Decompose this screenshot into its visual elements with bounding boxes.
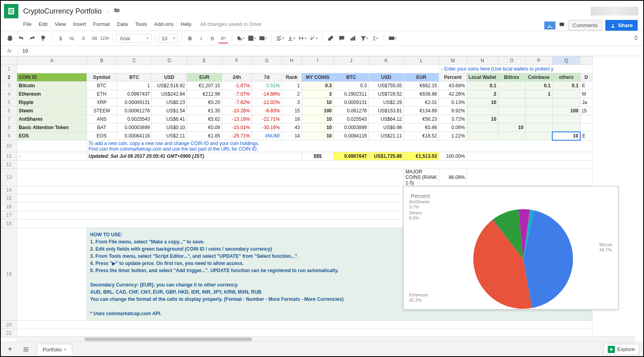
col-header[interactable]: N — [467, 57, 498, 65]
major-label[interactable]: MAJOR COINS (RANK 1-5) — [404, 169, 439, 186]
cell[interactable]: 0.00003899 — [117, 124, 152, 132]
menu-data[interactable]: Data — [117, 21, 128, 27]
row-header[interactable]: 3 — [1, 82, 17, 90]
cell[interactable]: €0.20 — [187, 98, 222, 107]
cell[interactable]: 10 — [302, 124, 334, 132]
cell[interactable]: E — [580, 82, 592, 90]
cell[interactable] — [580, 115, 592, 124]
selected-cell[interactable]: 10 — [552, 132, 580, 140]
row-header[interactable]: 13 — [1, 169, 17, 186]
italic-icon[interactable]: I — [196, 33, 206, 43]
totals-label[interactable]: $$$ — [302, 152, 334, 160]
cell[interactable]: -15.01% — [222, 124, 252, 132]
total-eur[interactable]: €1,513.53 — [404, 152, 439, 160]
cell[interactable]: -7.07% — [222, 90, 252, 98]
cell[interactable]: 43 — [282, 124, 302, 132]
row-header[interactable]: 10 — [1, 140, 17, 152]
col-header[interactable]: O — [498, 57, 525, 65]
cell[interactable]: 1.22% — [439, 132, 467, 140]
cell[interactable]: US$755.05 — [369, 82, 404, 90]
number-format-dropdown[interactable]: 123 — [100, 33, 109, 43]
cell[interactable]: 0.0009131 — [334, 98, 369, 107]
row-header[interactable]: 12 — [1, 160, 17, 169]
h-align-icon[interactable] — [275, 33, 285, 43]
cell[interactable] — [525, 115, 552, 124]
note-cell[interactable]: To add a new coin, copy a new row and ch… — [87, 140, 593, 152]
cell[interactable]: €1.35 — [187, 107, 222, 115]
col-header[interactable]: P — [525, 57, 552, 65]
cell[interactable]: 0.0967437 — [117, 90, 152, 98]
cell[interactable]: €18.52 — [404, 132, 439, 140]
menu-insert[interactable]: Insert — [73, 21, 86, 27]
font-select[interactable]: Arial▾ — [116, 34, 152, 43]
chart-icon[interactable] — [348, 33, 358, 43]
decrease-decimal-icon[interactable]: .0 — [78, 33, 88, 43]
cell[interactable]: #NUM! — [252, 132, 282, 140]
cell[interactable]: €134.89 — [404, 107, 439, 115]
total-btc[interactable]: 0.6867647 — [334, 152, 369, 160]
col-header[interactable]: D — [152, 57, 187, 65]
cell[interactable]: ETH — [87, 90, 117, 98]
v-align-icon[interactable] — [286, 33, 296, 43]
cell[interactable]: 10 — [498, 124, 525, 132]
doc-title[interactable]: CryptoCurrency Portfolio — [23, 7, 102, 16]
menu-addons[interactable]: Add-ons — [154, 21, 173, 27]
cell[interactable]: 0.1 — [467, 82, 498, 90]
total-usd[interactable]: US$1,725.88 — [369, 152, 404, 160]
cell[interactable]: 1 — [117, 82, 152, 90]
cell[interactable]: EOS — [87, 132, 117, 140]
cell[interactable]: 10 — [302, 132, 334, 140]
cell[interactable]: US$21.11 — [369, 132, 404, 140]
col-header[interactable]: H — [282, 57, 302, 65]
cell[interactable]: US$0.23 — [152, 98, 187, 107]
cell[interactable]: US$2,516.82 — [152, 82, 187, 90]
cell[interactable] — [467, 107, 498, 115]
cell[interactable]: -13.16% — [222, 115, 252, 124]
row-header[interactable]: 8 — [1, 124, 17, 132]
cell[interactable]: 0.025543 — [334, 115, 369, 124]
cell[interactable]: 10 — [467, 98, 498, 107]
cell[interactable]: US$2.11 — [152, 132, 187, 140]
cell[interactable] — [552, 90, 580, 98]
cell[interactable] — [525, 107, 552, 115]
menu-help[interactable]: Help — [181, 21, 191, 27]
cell[interactable] — [498, 90, 525, 98]
row-header[interactable]: 21 — [1, 329, 17, 337]
collapse-toolbar-icon[interactable] — [633, 35, 639, 42]
share-button[interactable]: Share — [605, 20, 638, 31]
cell[interactable]: US$1.54 — [152, 107, 187, 115]
cell[interactable]: 0.061276 — [334, 107, 369, 115]
row-header[interactable]: 7 — [1, 115, 17, 124]
functions-icon[interactable]: Σ — [370, 33, 380, 43]
cell[interactable]: (S — [580, 107, 592, 115]
cell[interactable]: 0.1 — [552, 82, 580, 90]
redo-icon[interactable] — [27, 33, 37, 43]
cell[interactable]: 1 — [282, 82, 302, 90]
cell[interactable]: ANS — [87, 115, 117, 124]
row-header[interactable]: 20 — [1, 320, 17, 329]
row-header[interactable]: 16 — [1, 202, 17, 211]
print-icon[interactable] — [5, 33, 15, 43]
cell[interactable]: BTC — [87, 82, 117, 90]
all-sheets-icon[interactable] — [21, 344, 31, 355]
cell[interactable] — [498, 107, 525, 115]
horizontal-scrollbar[interactable] — [17, 336, 635, 342]
folder-icon[interactable] — [114, 7, 120, 15]
cell[interactable]: 2 — [467, 90, 498, 98]
bold-icon[interactable]: B — [185, 33, 195, 43]
cell[interactable]: 100 — [302, 107, 334, 115]
cell[interactable]: EOS — [17, 132, 87, 140]
col-header[interactable]: F — [222, 57, 252, 65]
cell[interactable]: €1.85 — [187, 132, 222, 140]
cell[interactable]: 18 — [282, 115, 302, 124]
sheets-logo[interactable] — [4, 4, 18, 18]
cell[interactable] — [498, 98, 525, 107]
cell[interactable]: US$6.41 — [152, 115, 187, 124]
col-header[interactable]: I — [302, 57, 334, 65]
cell[interactable]: 10 — [467, 115, 498, 124]
cell[interactable] — [498, 115, 525, 124]
strike-icon[interactable]: S — [207, 33, 217, 43]
formula-input[interactable]: 10 — [18, 46, 643, 56]
cell[interactable]: €212.96 — [187, 90, 222, 98]
add-sheet-icon[interactable]: + — [5, 344, 15, 355]
